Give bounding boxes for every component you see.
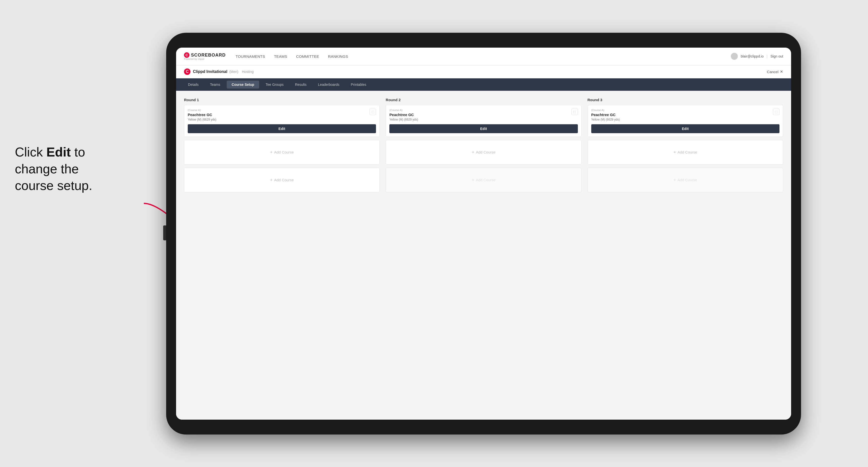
- round-1-title: Round 1: [184, 98, 380, 102]
- user-email: blair@clippd.io: [741, 54, 764, 58]
- round-2-delete-button[interactable]: ⬚: [571, 108, 578, 115]
- user-avatar: [731, 53, 738, 60]
- nav-teams[interactable]: TEAMS: [274, 53, 287, 60]
- round-2-title: Round 2: [385, 98, 581, 102]
- round-1-edit-button[interactable]: Edit: [188, 124, 376, 133]
- round-2-course-name: Peachtree GC: [390, 113, 418, 117]
- tablet-screen: C SCOREBOARD Powered by clippd TOURNAMEN…: [176, 48, 791, 419]
- logo-subtitle: Powered by clippd: [184, 58, 226, 60]
- round-3-title: Round 3: [588, 98, 783, 102]
- round-3-add-course-2: + Add Course: [588, 168, 783, 192]
- cancel-button[interactable]: Cancel ✕: [767, 69, 783, 74]
- round-2-edit-button[interactable]: Edit: [390, 124, 578, 133]
- nav-links: TOURNAMENTS TEAMS COMMITTEE RANKINGS: [236, 53, 731, 60]
- round-2-course-info: (Course A) Peachtree GC Yellow (M) (6629…: [390, 108, 418, 121]
- plus-icon-6: +: [673, 178, 676, 182]
- delete-icon-2: ⬚: [573, 110, 576, 114]
- tablet-frame: C SCOREBOARD Powered by clippd TOURNAMEN…: [166, 33, 801, 435]
- round-3-course-card: (Course A) Peachtree GC Yellow (M) (6629…: [588, 105, 783, 137]
- round-3-add-label-1: Add Course: [678, 150, 697, 154]
- round-2-add-course-1[interactable]: + Add Course: [385, 140, 581, 165]
- tournament-name: Clippd Invitational: [193, 69, 227, 74]
- round-1-course-label: (Course A): [188, 108, 217, 112]
- round-2-course-header: (Course A) Peachtree GC Yellow (M) (6629…: [386, 105, 581, 121]
- tab-teams[interactable]: Teams: [205, 81, 225, 89]
- plus-icon-2: +: [270, 178, 273, 182]
- round-1-course-info: (Course A) Peachtree GC Yellow (M) (6629…: [188, 108, 217, 121]
- nav-tournaments[interactable]: TOURNAMENTS: [236, 53, 265, 60]
- nav-right: blair@clippd.io | Sign out: [731, 53, 783, 60]
- nav-rankings[interactable]: RANKINGS: [328, 53, 348, 60]
- round-2-add-course-2: + Add Course: [385, 168, 581, 192]
- round-1-add-course-2[interactable]: + Add Course: [184, 168, 380, 192]
- round-3-course-header: (Course A) Peachtree GC Yellow (M) (6629…: [588, 105, 783, 121]
- logo-c-icon: C: [184, 52, 189, 58]
- tab-details[interactable]: Details: [183, 81, 204, 89]
- plus-icon-5: +: [673, 150, 676, 155]
- round-3-delete-button[interactable]: ⬚: [773, 108, 779, 115]
- plus-icon-4: +: [472, 178, 474, 182]
- annotation-text: Click Edit tochange thecourse setup.: [15, 144, 92, 194]
- close-icon: ✕: [780, 69, 783, 74]
- plus-icon-3: +: [472, 150, 474, 155]
- tournament-logo: C: [184, 68, 190, 75]
- tab-leaderboards[interactable]: Leaderboards: [313, 81, 344, 89]
- round-2-course-label: (Course A): [390, 108, 418, 112]
- round-1-course-name: Peachtree GC: [188, 113, 217, 117]
- round-3-add-label-2: Add Course: [678, 178, 697, 182]
- rounds-grid: Round 1 (Course A) Peachtree GC Yellow (…: [184, 98, 783, 195]
- round-3-course-tee: Yellow (M) (6629 yds): [591, 118, 620, 121]
- separator: |: [767, 54, 768, 58]
- plus-icon-1: +: [270, 150, 273, 155]
- round-1-add-label-2: Add Course: [274, 178, 293, 182]
- sign-out-link[interactable]: Sign out: [771, 54, 783, 58]
- tournament-type: (Men): [229, 70, 239, 74]
- round-2-course-card: (Course A) Peachtree GC Yellow (M) (6629…: [385, 105, 581, 137]
- round-1-course-header: (Course A) Peachtree GC Yellow (M) (6629…: [184, 105, 379, 121]
- delete-icon-3: ⬚: [775, 110, 777, 114]
- round-1-add-course-1[interactable]: + Add Course: [184, 140, 380, 165]
- scoreboard-logo: C SCOREBOARD Powered by clippd: [184, 52, 226, 60]
- tournament-bar: C Clippd Invitational (Men) Hosting Canc…: [176, 65, 791, 79]
- logo-title: SCOREBOARD: [191, 53, 226, 58]
- round-2-add-label-1: Add Course: [476, 150, 496, 154]
- round-1-add-label-1: Add Course: [274, 150, 293, 154]
- top-nav: C SCOREBOARD Powered by clippd TOURNAMEN…: [176, 48, 791, 65]
- nav-committee[interactable]: COMMITTEE: [296, 53, 319, 60]
- round-1-course-tee: Yellow (M) (6629 yds): [188, 118, 217, 121]
- round-1-course-card: (Course A) Peachtree GC Yellow (M) (6629…: [184, 105, 380, 137]
- tab-results[interactable]: Results: [290, 81, 311, 89]
- round-1-column: Round 1 (Course A) Peachtree GC Yellow (…: [184, 98, 380, 195]
- tab-bar: Details Teams Course Setup Tee Groups Re…: [176, 79, 791, 91]
- round-2-column: Round 2 (Course A) Peachtree GC Yellow (…: [385, 98, 581, 195]
- round-3-course-label: (Course A): [591, 108, 620, 112]
- tab-printables[interactable]: Printables: [346, 81, 371, 89]
- round-1-delete-button[interactable]: ⬚: [370, 108, 376, 115]
- round-3-edit-button[interactable]: Edit: [591, 124, 779, 133]
- side-button: [163, 225, 166, 240]
- tab-tee-groups[interactable]: Tee Groups: [261, 81, 288, 89]
- round-3-column: Round 3 (Course A) Peachtree GC Yellow (…: [588, 98, 783, 195]
- bold-edit: Edit: [46, 145, 71, 159]
- round-3-course-name: Peachtree GC: [591, 113, 620, 117]
- main-content: Round 1 (Course A) Peachtree GC Yellow (…: [176, 91, 791, 419]
- tournament-hosting: Hosting: [242, 70, 253, 74]
- delete-icon: ⬚: [372, 110, 374, 114]
- round-3-course-info: (Course A) Peachtree GC Yellow (M) (6629…: [591, 108, 620, 121]
- round-2-add-label-2: Add Course: [476, 178, 496, 182]
- round-2-course-tee: Yellow (M) (6629 yds): [390, 118, 418, 121]
- tab-course-setup[interactable]: Course Setup: [227, 81, 259, 89]
- round-3-add-course-1[interactable]: + Add Course: [588, 140, 783, 165]
